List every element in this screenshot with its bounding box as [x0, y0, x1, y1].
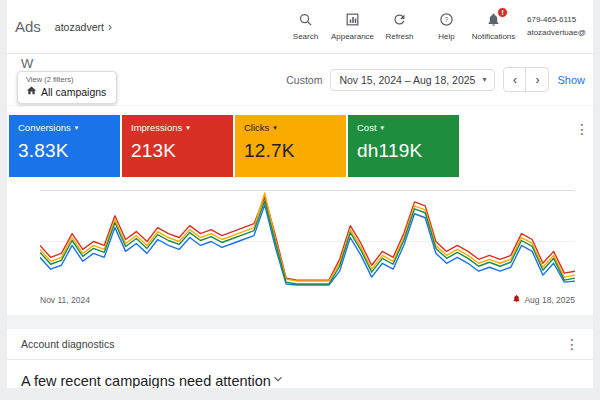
- scorecard-conversions[interactable]: Conversions▾ 3.83K: [9, 115, 120, 177]
- appearance-label: Appearance: [331, 32, 374, 41]
- date-range-pager: ‹ ›: [503, 67, 549, 92]
- scorecard-value: 213K: [131, 140, 224, 162]
- search-label: Search: [293, 32, 318, 41]
- show-link[interactable]: Show: [557, 74, 585, 86]
- chevron-down-icon: ▾: [75, 124, 79, 132]
- google-ads-window: Ads atozadvert › Search Appearance: [7, 0, 593, 388]
- notifications-label: Notifications: [472, 32, 516, 41]
- appearance-button[interactable]: Appearance: [329, 12, 376, 41]
- diagnostics-alert-row[interactable]: A few recent campaigns need attention: [7, 360, 593, 388]
- performance-line-chart: [40, 190, 575, 290]
- scorecard-label: Cost: [357, 122, 377, 133]
- notification-badge: !: [497, 7, 508, 18]
- scorecards-row: Conversions▾ 3.83K Impressions▾ 213K Cli…: [7, 106, 593, 177]
- refresh-button[interactable]: Refresh: [376, 12, 423, 41]
- chevron-right-icon: ›: [108, 20, 112, 34]
- help-icon: ?: [439, 12, 454, 29]
- svg-text:?: ?: [445, 16, 449, 23]
- topbar: Ads atozadvert › Search Appearance: [7, 0, 593, 54]
- help-label: Help: [438, 32, 454, 41]
- scorecard-label: Clicks: [244, 122, 269, 133]
- scorecard-value: dh119K: [357, 140, 450, 162]
- previous-range-button[interactable]: ‹: [504, 68, 526, 91]
- date-range-select[interactable]: Nov 15, 2024 – Aug 18, 2025 ▾: [330, 69, 495, 91]
- refresh-icon: [392, 12, 407, 29]
- chart-options-kebab-icon[interactable]: ⋮: [575, 122, 589, 136]
- chevron-down-icon: ▾: [273, 124, 277, 132]
- account-name: atozadvert: [55, 21, 104, 33]
- filter-view-label: View (2 filters): [26, 75, 106, 84]
- scorecard-value: 3.83K: [18, 140, 111, 162]
- ads-logo[interactable]: Ads: [15, 18, 41, 35]
- chart-x-axis: Nov 11, 2024 Aug 18, 2025: [40, 294, 575, 305]
- contact-email: atozadvertuae@: [527, 27, 593, 40]
- annotation-bell-icon: [512, 294, 521, 305]
- notifications-button[interactable]: ! Notifications: [470, 12, 517, 41]
- chevron-down-icon: [271, 372, 285, 388]
- home-icon: [26, 85, 37, 98]
- scorecard-label: Impressions: [131, 122, 182, 133]
- help-button[interactable]: ? Help: [423, 12, 470, 41]
- search-button[interactable]: Search: [282, 12, 329, 41]
- axis-start-label: Nov 11, 2024: [40, 295, 90, 305]
- chevron-down-icon: ▾: [186, 124, 190, 132]
- account-diagnostics-card: Account diagnostics ⋮ A few recent campa…: [7, 329, 593, 388]
- chevron-down-icon: ▾: [381, 124, 385, 132]
- scorecard-cost[interactable]: Cost▾ dh119K: [348, 115, 459, 177]
- campaign-filter-chip[interactable]: View (2 filters) All campaigns: [17, 71, 117, 104]
- account-contact-info: 679-465-6115 atozadvertuae@: [527, 14, 593, 40]
- chevron-down-icon: ▾: [482, 75, 486, 84]
- axis-end-label: Aug 18, 2025: [524, 295, 575, 305]
- scorecard-label: Conversions: [18, 122, 71, 133]
- date-mode-label: Custom: [286, 74, 322, 86]
- account-switcher[interactable]: atozadvert ›: [55, 20, 112, 34]
- topbar-actions: Search Appearance Refresh ? Help: [282, 12, 517, 41]
- diagnostics-alert-text: A few recent campaigns need attention: [21, 373, 271, 388]
- diagnostics-kebab-icon[interactable]: ⋮: [565, 337, 579, 351]
- filter-scope-label: All campaigns: [41, 86, 106, 98]
- diagnostics-title: Account diagnostics: [21, 338, 565, 350]
- section-divider: [7, 315, 593, 329]
- page-title-partial: W: [21, 56, 33, 71]
- next-range-button[interactable]: ›: [526, 68, 548, 91]
- appearance-chart-icon: [345, 12, 360, 29]
- scorecard-clicks[interactable]: Clicks▾ 12.7K: [235, 115, 346, 177]
- scorecard-impressions[interactable]: Impressions▾ 213K: [122, 115, 233, 177]
- refresh-label: Refresh: [385, 32, 413, 41]
- diagnostics-header: Account diagnostics ⋮: [7, 329, 593, 360]
- date-range-value: Nov 15, 2024 – Aug 18, 2025: [339, 74, 475, 86]
- overview-toolbar: W View (2 filters) All campaigns Custom …: [7, 54, 593, 106]
- contact-phone: 679-465-6115: [527, 14, 593, 27]
- scorecard-value: 12.7K: [244, 140, 337, 162]
- search-icon: [298, 12, 313, 29]
- chart-series-svg: [40, 191, 575, 290]
